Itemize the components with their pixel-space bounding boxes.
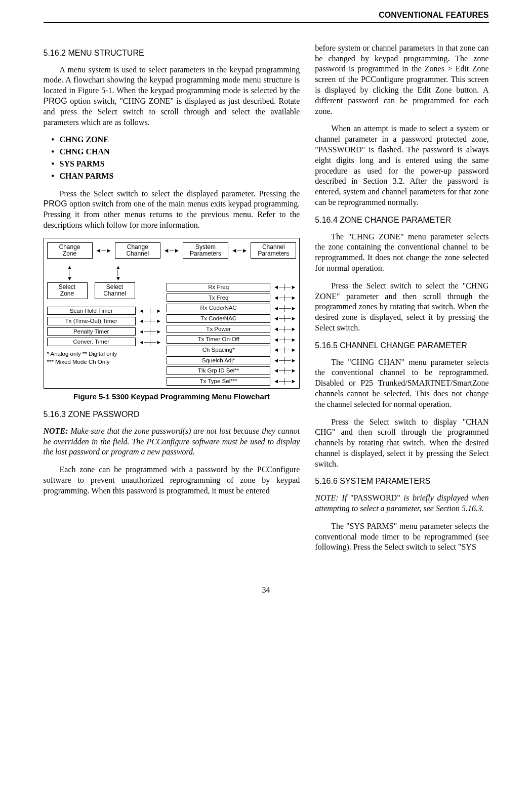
prog-label: PROG <box>44 199 67 208</box>
page: CONVENTIONAL FEATURES 5.16.2 MENU STRUCT… <box>44 10 489 596</box>
arrow-icon: ◄─┼─► <box>273 378 296 385</box>
heading-5-16-5: 5.16.5 CHANNEL CHANGE PARAMETER <box>315 341 488 351</box>
arrow-icon: ◄─► <box>231 247 248 254</box>
box-system-parameters: System Parameters <box>183 242 228 259</box>
arrow-icon: ◄─┼─► <box>273 336 296 343</box>
box-chan-param: Tx Type Sel*** <box>167 377 270 386</box>
arrow-icon: ◄─┼─► <box>273 357 296 364</box>
box-chan-param: Rx Code/NAC <box>167 304 270 312</box>
box-channel-parameters: Channel Parameters <box>251 242 296 259</box>
param-row: Tx Power◄─┼─► <box>167 325 296 334</box>
para-5-16-6: The "SYS PARMS" menu parameter selects t… <box>315 521 488 553</box>
horizontal-rule <box>44 22 489 23</box>
arrow-icon: ◄─┼─► <box>273 283 296 290</box>
note-label: NOTE: <box>44 427 68 435</box>
running-header: CONVENTIONAL FEATURES <box>44 10 489 22</box>
para-menu-structure-intro: A menu system is used to select paramete… <box>44 65 300 128</box>
param-row: Penalty Timer◄─┼─► <box>47 327 162 336</box>
box-chan-param: Tx Code/NAC <box>167 314 270 323</box>
arrow-icon: ◄─┼─► <box>139 317 161 324</box>
text-fragment: Press the Select switch to select the di… <box>60 189 300 198</box>
legend-line: *** Mixed Mode Ch Only <box>47 359 110 365</box>
para-5-16-5-a: The "CHNG CHAN" menu parameter selects t… <box>315 357 488 410</box>
arrow-icon: ◄─┼─► <box>273 325 296 332</box>
box-chan-param: Tx Power <box>167 325 270 334</box>
box-change-zone: Change Zone <box>47 242 93 259</box>
arrow-icon: ◄─┼─► <box>273 346 296 353</box>
note-label: NOTE: If <box>315 493 350 502</box>
param-row: Tx Freq◄─┼─► <box>167 294 296 302</box>
box-sys-param: Tx (Time-Out) Timer <box>47 317 136 325</box>
box-sys-param: Conver. Timer <box>47 338 136 346</box>
para-menu-structure-press: Press the Select switch to select the di… <box>44 189 300 231</box>
text-fragment: option switch, "CHNG ZONE" is displayed … <box>44 97 300 127</box>
figure-5-1: Change Zone ◄─► Change Channel ◄─► Syste… <box>44 238 300 389</box>
box-chan-param: Tx Timer On-Off <box>167 335 270 344</box>
param-row: Tx Type Sel***◄─┼─► <box>167 377 296 386</box>
box-chan-param: Tx Freq <box>167 294 270 302</box>
para-zone-password: Each zone can be programmed with a passw… <box>44 465 300 496</box>
note-zone-password: NOTE: Make sure that the zone password(s… <box>44 426 300 457</box>
heading-5-16-2: 5.16.2 MENU STRUCTURE <box>44 48 300 59</box>
para-5-16-5-b: Press the Select switch to display "CHAN… <box>315 417 488 470</box>
box-chan-param: Squelch Adj* <box>167 356 270 365</box>
list-item: CHAN PARMS <box>52 171 300 182</box>
legend-line: * Analog only ** Digital only <box>47 351 117 357</box>
arrow-icon: ◄─┼─► <box>273 315 296 322</box>
text-fragment: option switch from one of the main menus… <box>44 199 300 229</box>
left-column: 5.16.2 MENU STRUCTURE A menu system is u… <box>44 43 300 560</box>
box-sys-param: Scan Hold Timer <box>47 307 136 315</box>
para-cont-2: When an attempt is made to select a syst… <box>315 123 488 207</box>
figure-top-row: Change Zone ◄─► Change Channel ◄─► Syste… <box>47 242 297 259</box>
box-chan-param: Rx Freq <box>167 283 270 292</box>
note-5-16-6: NOTE: If "PASSWORD" is briefly displayed… <box>315 493 488 514</box>
arrow-icon: ◄─► <box>163 247 180 254</box>
arrow-icon: ◄─┼─► <box>273 367 296 374</box>
param-row: Tx Timer On-Off◄─┼─► <box>167 335 296 344</box>
box-select-channel: Select Channel <box>95 282 135 299</box>
param-row: Tx Code/NAC◄─┼─► <box>167 314 296 323</box>
para-cont-1: before system or channel parameters in t… <box>315 43 488 117</box>
arrow-icon: ◄─┼─► <box>273 305 296 312</box>
arrow-icon: ◄─┼─► <box>139 307 161 314</box>
para-5-16-4-b: Press the Select switch to select the "C… <box>315 281 488 334</box>
param-row: Conver. Timer◄─┼─► <box>47 338 162 346</box>
param-row: Squelch Adj*◄─┼─► <box>167 356 296 365</box>
list-item: CHNG CHAN <box>52 147 300 157</box>
param-row: Rx Freq◄─┼─► <box>167 283 296 292</box>
arrow-icon: ◄─┼─► <box>139 339 161 346</box>
param-row: Ch Spacing*◄─┼─► <box>167 346 296 354</box>
heading-5-16-3: 5.16.3 ZONE PASSWORD <box>44 409 300 420</box>
param-row: Scan Hold Timer◄─┼─► <box>47 307 162 315</box>
arrow-icon: ▲│▼ <box>47 265 93 281</box>
page-number: 34 <box>44 585 489 596</box>
param-row: Tx (Time-Out) Timer◄─┼─► <box>47 317 162 325</box>
param-row: Rx Code/NAC◄─┼─► <box>167 304 296 312</box>
right-column: before system or channel parameters in t… <box>315 43 488 560</box>
box-select-zone: Select Zone <box>47 282 88 299</box>
note-body: Make sure that the zone password(s) are … <box>44 427 300 456</box>
arrow-icon: ◄─► <box>96 247 112 254</box>
param-row: Tlk Grp ID Sel**◄─┼─► <box>167 366 296 375</box>
list-item: SYS PARMS <box>52 159 300 170</box>
arrow-icon: ◄─┼─► <box>273 294 296 301</box>
box-sys-param: Penalty Timer <box>47 327 136 336</box>
bullet-list-menus: CHNG ZONE CHNG CHAN SYS PARMS CHAN PARMS <box>44 135 300 181</box>
arrow-icon: ◄─┼─► <box>139 328 161 335</box>
heading-5-16-4: 5.16.4 ZONE CHANGE PARAMETER <box>315 215 488 226</box>
figure-caption: Figure 5-1 5300 Keypad Programming Menu … <box>44 392 300 402</box>
note-literal: "PASSWORD" <box>350 493 400 502</box>
box-chan-param: Ch Spacing* <box>167 346 270 354</box>
list-item: CHNG ZONE <box>52 135 300 145</box>
figure-legend: * Analog only ** Digital only *** Mixed … <box>47 350 162 366</box>
box-change-channel: Change Channel <box>115 242 160 259</box>
box-chan-param: Tlk Grp ID Sel** <box>167 366 270 375</box>
two-column-layout: 5.16.2 MENU STRUCTURE A menu system is u… <box>44 43 489 560</box>
para-5-16-4-a: The "CHNG ZONE" menu parameter selects t… <box>315 232 488 274</box>
text-fragment: A menu system is used to select paramete… <box>44 65 300 95</box>
arrow-icon: ▲│▼ <box>96 265 141 281</box>
heading-5-16-6: 5.16.6 SYSTEM PARAMETERS <box>315 476 488 487</box>
figure-mid: Select Zone Select Channel Scan Hold Tim… <box>47 282 297 386</box>
prog-label: PROG <box>44 97 67 105</box>
